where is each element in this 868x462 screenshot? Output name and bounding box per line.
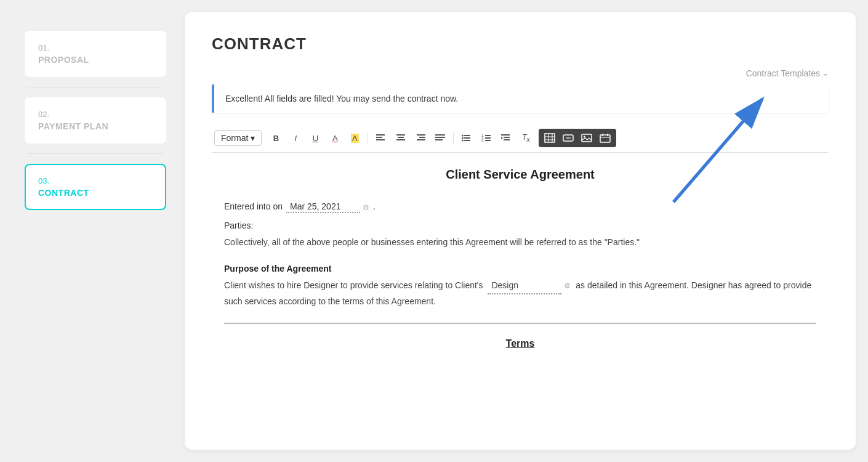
- svg-rect-37: [600, 135, 610, 142]
- toolbar-sep-1: [368, 132, 368, 144]
- page-title: CONTRACT: [212, 34, 829, 54]
- insert-table-button[interactable]: [541, 130, 558, 146]
- svg-rect-11: [435, 139, 443, 140]
- format-arrow-icon: ▾: [251, 133, 255, 143]
- document-content: Client Service Agreement Entered into on…: [212, 168, 829, 349]
- align-left-button[interactable]: [372, 129, 390, 147]
- indent-button[interactable]: [497, 129, 515, 147]
- sidebar-divider-2: [27, 153, 164, 154]
- svg-rect-4: [398, 137, 404, 138]
- svg-rect-25: [504, 137, 510, 138]
- clear-format-button[interactable]: Tx: [516, 129, 535, 147]
- entered-date-field[interactable]: Mar 25, 2021 ⚙: [286, 201, 369, 213]
- contract-templates-label: Contract Templates: [746, 68, 820, 78]
- sidebar-item-contract-number: 03.: [38, 176, 153, 185]
- svg-rect-21: [485, 137, 491, 139]
- contract-templates-row: Contract Templates ⌄: [212, 68, 829, 78]
- insert-calendar-button[interactable]: [597, 130, 614, 146]
- svg-rect-24: [501, 134, 510, 136]
- underline-button[interactable]: U: [306, 129, 324, 147]
- numbered-list-icon: 1. 2. 3.: [481, 134, 491, 142]
- format-button[interactable]: Format ▾: [214, 130, 262, 146]
- parties-description: Collectively, all of the above people or…: [224, 235, 816, 249]
- align-right-button[interactable]: [411, 129, 430, 147]
- purpose-text-1: Client wishes to hire Designer to provid…: [224, 280, 483, 290]
- align-left-icon: [376, 134, 386, 142]
- entered-date-value: Mar 25, 2021: [286, 201, 360, 213]
- app-container: 01. PROPOSAL 02. PAYMENT PLAN 03. CONTRA…: [12, 12, 856, 450]
- calendar-icon: [600, 133, 611, 143]
- insert-image-button[interactable]: [578, 130, 595, 146]
- font-color-button[interactable]: A: [326, 129, 344, 147]
- svg-rect-1: [376, 137, 382, 138]
- sidebar-item-proposal[interactable]: 01. PROPOSAL: [25, 31, 166, 77]
- sidebar-item-payment-label: PAYMENT PLAN: [38, 121, 153, 131]
- format-label: Format: [221, 133, 248, 143]
- highlight-button[interactable]: A: [345, 129, 364, 147]
- date-gear-icon: ⚙: [363, 203, 369, 212]
- editor-toolbar: Format ▾ B I U A A: [212, 124, 829, 153]
- purpose-section: Purpose of the Agreement Client wishes t…: [224, 264, 816, 308]
- parties-label: Parties:: [224, 221, 253, 230]
- svg-rect-26: [504, 139, 510, 140]
- svg-point-14: [462, 137, 464, 139]
- align-center-button[interactable]: [392, 129, 410, 147]
- svg-rect-35: [582, 134, 592, 142]
- insert-field-button[interactable]: [560, 130, 577, 146]
- parties-row: Parties:: [224, 221, 816, 230]
- svg-rect-3: [396, 134, 405, 136]
- alert-banner: Excellent! All fields are filled! You ma…: [212, 84, 829, 113]
- contract-templates-button[interactable]: Contract Templates ⌄: [746, 68, 829, 78]
- align-justify-icon: [435, 134, 445, 142]
- svg-point-36: [584, 136, 585, 138]
- section-divider: [224, 323, 816, 323]
- sidebar-item-payment-plan[interactable]: 02. PAYMENT PLAN: [25, 97, 166, 144]
- purpose-field-wrapper[interactable]: Design ⚙: [488, 278, 571, 294]
- svg-rect-23: [485, 140, 491, 141]
- numbered-list-button[interactable]: 1. 2. 3.: [477, 129, 496, 147]
- toolbar-sep-2: [453, 132, 454, 144]
- sidebar-divider-1: [27, 87, 164, 87]
- highlight-icon: A: [351, 134, 359, 143]
- svg-point-12: [462, 135, 464, 137]
- svg-rect-19: [485, 135, 491, 136]
- svg-marker-27: [501, 137, 503, 139]
- align-right-icon: [416, 134, 425, 142]
- main-content: CONTRACT Contract Templates ⌄ Excellent!…: [185, 12, 856, 450]
- svg-rect-10: [435, 137, 445, 138]
- svg-rect-28: [545, 134, 555, 142]
- italic-button[interactable]: I: [286, 129, 305, 147]
- dark-toolbar-group: [539, 129, 616, 147]
- field-icon: [563, 133, 574, 143]
- svg-rect-6: [417, 134, 425, 136]
- chevron-down-icon: ⌄: [822, 69, 829, 78]
- svg-rect-17: [464, 140, 470, 141]
- bold-button[interactable]: B: [267, 129, 285, 147]
- svg-rect-2: [376, 139, 385, 140]
- alert-text: Excellent! All fields are filled! You ma…: [225, 94, 458, 103]
- indent-icon: [501, 134, 511, 142]
- svg-rect-15: [464, 137, 470, 139]
- svg-rect-0: [376, 134, 385, 136]
- purpose-gear-icon: ⚙: [564, 280, 571, 292]
- sidebar-item-proposal-number: 01.: [38, 43, 153, 52]
- entered-into-row: Entered into on Mar 25, 2021 ⚙ .: [224, 201, 816, 213]
- entered-label: Entered into on: [224, 201, 283, 211]
- entered-period: .: [373, 201, 376, 211]
- table-icon: [544, 133, 555, 143]
- image-icon: [581, 133, 592, 143]
- bullet-list-icon: [462, 134, 472, 142]
- sidebar-item-proposal-label: PROPOSAL: [38, 55, 153, 65]
- svg-rect-7: [419, 137, 425, 138]
- italic-icon: I: [295, 134, 297, 143]
- bullet-list-button[interactable]: [457, 129, 476, 147]
- clear-format-icon: Tx: [522, 133, 529, 143]
- svg-rect-5: [396, 139, 405, 140]
- align-center-icon: [396, 134, 406, 142]
- purpose-field-value: Design: [488, 278, 561, 294]
- align-justify-button[interactable]: [431, 129, 449, 147]
- underline-icon: U: [313, 134, 318, 143]
- sidebar-item-contract[interactable]: 03. CONTRACT: [25, 164, 166, 210]
- font-color-icon: A: [332, 134, 338, 143]
- sidebar-item-payment-number: 02.: [38, 110, 153, 119]
